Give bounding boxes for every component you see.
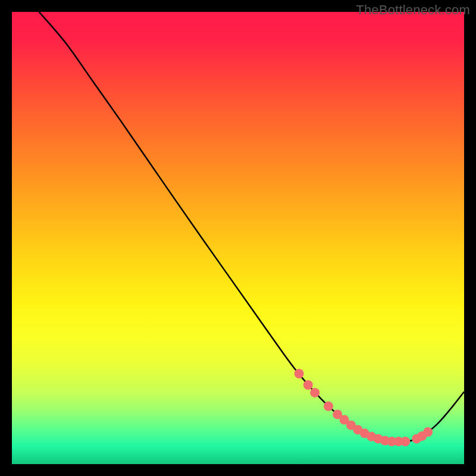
plot-area	[12, 12, 464, 464]
curve-marker	[295, 369, 304, 378]
curve-marker	[324, 402, 333, 411]
curve-marker	[303, 380, 313, 390]
curve-marker	[400, 437, 410, 446]
curve-marker	[310, 388, 320, 397]
chart-gradient-background	[12, 12, 464, 464]
chart-svg	[12, 12, 464, 464]
watermark-text: TheBottleneck.com	[356, 2, 470, 18]
chart-container: TheBottleneck.com	[0, 0, 476, 476]
curve-marker	[423, 427, 433, 437]
